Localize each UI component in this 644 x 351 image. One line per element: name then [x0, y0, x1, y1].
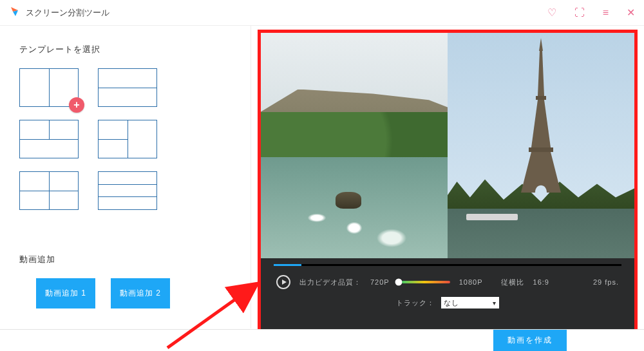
aspect-value: 16:9 — [533, 278, 549, 286]
template-2col[interactable]: + — [19, 68, 79, 107]
cart-icon[interactable]: ⛶ — [574, 7, 585, 19]
template-3row[interactable] — [98, 171, 157, 210]
template-top-split-bottom[interactable] — [19, 120, 79, 158]
quality-slider[interactable] — [399, 281, 450, 283]
quality-label: 出力ビデオ品質： — [299, 278, 361, 287]
quality-high-label: 1080P — [459, 278, 483, 286]
left-panel: テンプレートを選択 + 動画追加 動画追加 1 — [0, 26, 251, 328]
video-pane-2[interactable] — [448, 33, 634, 258]
track-select[interactable]: なし — [441, 297, 499, 308]
preview-panel: 出力ビデオ品質： 720P 1080P 従横比 16:9 29 fps. トラッ… — [258, 30, 638, 346]
gift-icon[interactable]: ♡ — [547, 6, 556, 19]
quality-low-label: 720P — [370, 278, 390, 286]
templates-heading: テンプレートを選択 — [19, 44, 231, 55]
svg-rect-1 — [529, 147, 553, 152]
preview-video[interactable] — [261, 33, 634, 258]
template-quad[interactable] — [19, 171, 79, 210]
topbar: スクリーン分割ツール ♡ ⛶ ≡ ✕ — [0, 0, 644, 26]
templates-grid: + — [19, 68, 231, 210]
create-video-button[interactable]: 動画を作成 — [493, 330, 567, 351]
topbar-actions: ♡ ⛶ ≡ ✕ — [547, 6, 635, 19]
add-video-2-button[interactable]: 動画追加 2 — [111, 278, 170, 308]
play-icon[interactable] — [276, 275, 290, 289]
template-2row[interactable] — [98, 68, 157, 107]
video-add-heading: 動画追加 — [19, 254, 231, 265]
aspect-label: 従横比 — [501, 278, 524, 287]
track-label: トラック： — [396, 298, 435, 308]
app-title: スクリーン分割ツール — [26, 7, 109, 19]
track-selected-value: なし — [444, 298, 459, 308]
template-left-split-right[interactable] — [98, 120, 157, 158]
app-logo-icon — [9, 6, 21, 19]
bottombar: 動画を作成 — [0, 329, 644, 351]
progress-bar[interactable] — [261, 258, 634, 271]
fps-label: 29 fps. — [593, 278, 619, 286]
menu-icon[interactable]: ≡ — [603, 7, 609, 19]
add-video-1-button[interactable]: 動画追加 1 — [36, 278, 95, 308]
video-pane-1[interactable] — [261, 33, 448, 258]
close-icon[interactable]: ✕ — [627, 6, 635, 19]
eiffel-icon — [518, 38, 564, 193]
svg-rect-0 — [536, 96, 546, 100]
plus-icon[interactable]: + — [69, 97, 84, 113]
